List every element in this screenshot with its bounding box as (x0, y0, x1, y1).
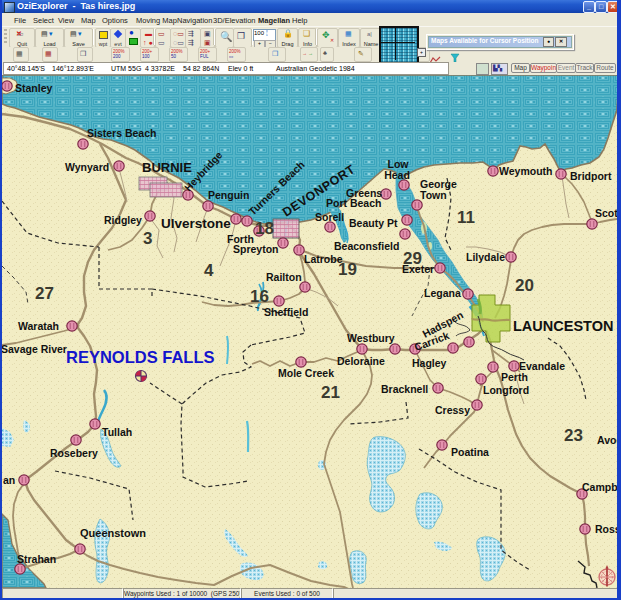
svg-text:Longford: Longford (483, 384, 529, 396)
svg-text:Tullah: Tullah (102, 426, 132, 438)
svg-text:Railton: Railton (266, 271, 302, 283)
svg-text:Perth: Perth (501, 371, 528, 383)
svg-text:21: 21 (321, 383, 340, 402)
svg-text:Waratah: Waratah (18, 320, 59, 332)
svg-text:Sisters Beach: Sisters Beach (87, 127, 156, 139)
svg-text:23: 23 (564, 426, 583, 445)
svg-text:Town: Town (420, 189, 447, 201)
svg-text:Westbury: Westbury (347, 332, 395, 344)
svg-text:Lilydale: Lilydale (466, 251, 505, 263)
svg-text:Stanley: Stanley (15, 82, 53, 94)
svg-text:Ridgley: Ridgley (104, 214, 142, 226)
svg-text:Hagley: Hagley (412, 357, 447, 369)
svg-text:27: 27 (35, 284, 54, 303)
svg-text:19: 19 (338, 260, 357, 279)
svg-text:Sorell: Sorell (315, 211, 344, 223)
svg-text:Beaconsfield: Beaconsfield (334, 240, 399, 252)
svg-text:BURNIE: BURNIE (142, 160, 192, 175)
svg-text:Savage River: Savage River (2, 343, 67, 355)
svg-text:Weymouth: Weymouth (499, 165, 552, 177)
svg-text:Avoca: Avoca (597, 434, 619, 446)
svg-text:Campbell: Campbell (582, 481, 619, 493)
svg-text:Penguin: Penguin (208, 189, 249, 201)
svg-text:Port Beach: Port Beach (326, 197, 381, 209)
svg-text:Scottsd: Scottsd (595, 207, 619, 219)
svg-text:Poatina: Poatina (451, 446, 489, 458)
svg-text:11: 11 (457, 208, 475, 227)
svg-text:Bracknell: Bracknell (381, 383, 428, 395)
svg-text:20: 20 (515, 276, 534, 295)
svg-text:4: 4 (204, 261, 214, 280)
svg-text:Bridport: Bridport (570, 170, 612, 182)
svg-text:Spreyton: Spreyton (233, 243, 279, 255)
svg-text:Queenstown: Queenstown (80, 527, 146, 539)
svg-text:Head: Head (384, 169, 410, 181)
svg-text:REYNOLDS FALLS: REYNOLDS FALLS (66, 348, 215, 366)
svg-text:Rosebery: Rosebery (50, 447, 98, 459)
svg-text:Ulverstone: Ulverstone (161, 216, 231, 231)
svg-text:3: 3 (143, 229, 152, 248)
svg-text:Wynyard: Wynyard (65, 161, 109, 173)
svg-text:18: 18 (255, 219, 274, 238)
svg-text:Beauty Pt: Beauty Pt (349, 217, 398, 229)
svg-text:Strahan: Strahan (17, 553, 56, 565)
svg-text:Sheffield: Sheffield (264, 306, 308, 318)
svg-text:Ross: Ross (595, 523, 619, 535)
svg-text:Legana: Legana (424, 287, 461, 299)
svg-text:29: 29 (403, 249, 422, 268)
svg-text:LAUNCESTON: LAUNCESTON (513, 318, 613, 334)
svg-text:Mole Creek: Mole Creek (278, 367, 334, 379)
svg-text:16: 16 (250, 287, 269, 306)
svg-text:Latrobe: Latrobe (304, 253, 343, 265)
svg-text:Deloraine: Deloraine (337, 355, 385, 367)
svg-text:Cressy: Cressy (435, 404, 470, 416)
svg-text:an: an (3, 474, 15, 486)
